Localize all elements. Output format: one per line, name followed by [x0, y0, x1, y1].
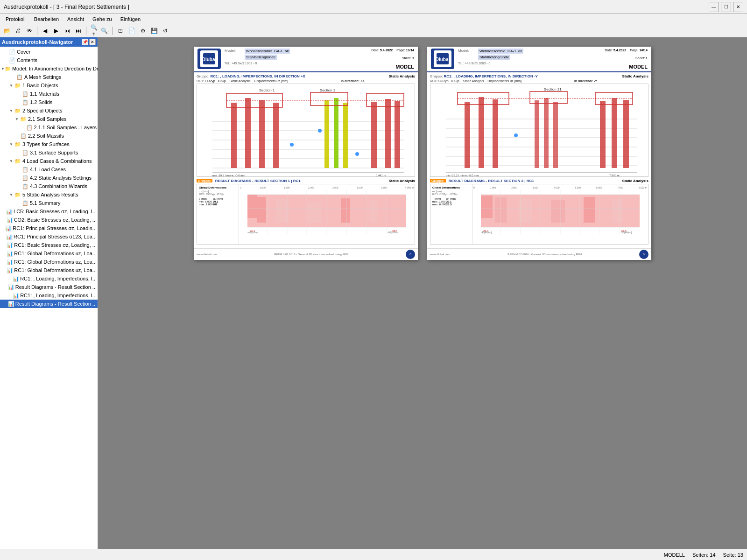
toolbar-zoom-out[interactable]: 🔍- [100, 26, 110, 36]
tree-item-cover[interactable]: 📄 Cover [0, 48, 98, 56]
tree-item-summary[interactable]: 📋 5.1 Summary [0, 199, 98, 207]
svg-rect-33 [257, 197, 266, 223]
toolbar-preview[interactable]: 👁 [24, 26, 35, 36]
tree-item-rc1-basic[interactable]: 📊 RC1: Basic Stresses σz, Loading, ... [0, 241, 98, 249]
toolbar-settings[interactable]: ⚙ [138, 26, 148, 36]
tree-item-rc1-loading2[interactable]: 📊 RC1: , Loading, Imperfections, I... [0, 291, 98, 300]
svg-text:Section 21: Section 21 [544, 87, 562, 91]
toolbar-back[interactable]: ◀ [40, 26, 50, 36]
tree-label-rc1-loading: RC1: , Loading, Imperfections, I... [20, 276, 97, 281]
nav-pin-button[interactable]: 📌 [82, 39, 88, 45]
diagram-section-title-right: Gruppo: RC1: , LOADING, IMPERFECTIONS, I… [430, 74, 648, 78]
doc-page-right: Dlubal Model: Wohnensemble_GA-1_all Stah… [427, 47, 651, 260]
toolbar-zoom-in[interactable]: 🔍+ [89, 26, 99, 36]
tree-item-soil-samples[interactable]: ▼ 📁 2.1 Soil Samples [0, 115, 98, 123]
status-seiten-label: Seiten: 14 [692, 552, 716, 558]
footer-logo-right: D [639, 250, 648, 259]
toolbar-open[interactable]: 📂 [2, 26, 12, 36]
menu-protokoll[interactable]: Protokoll [2, 15, 29, 23]
toolbar-last[interactable]: ⏭ [73, 26, 84, 36]
maximize-button[interactable]: ☐ [721, 2, 731, 12]
co2-icon: 📊 [7, 217, 13, 223]
tree-item-materials[interactable]: 📋 1.1 Materials [0, 90, 98, 98]
chart-area-right: Global Deformations uz [mm] RC1: CO2yp ·… [430, 184, 648, 245]
svg-rect-64 [535, 100, 539, 168]
svg-rect-17 [385, 99, 391, 168]
tree-item-lc5[interactable]: 📊 LC5: Basic Stresses σz, Loading, I... [0, 207, 98, 216]
menu-gehe-zu[interactable]: Gehe zu [89, 15, 116, 23]
tree-item-result-diag1[interactable]: 📊 Result Diagrams - Result Section ... [0, 283, 98, 291]
svg-rect-67 [600, 101, 606, 168]
diagram-title-left: RC1: , LOADING, IMPERFECTIONS, IN DIRECT… [211, 74, 305, 78]
result-diag1-icon: 📊 [8, 284, 14, 290]
lc5-icon: 📊 [6, 208, 13, 215]
tree-item-results5[interactable]: ▼ 📁 5 Static Analysis Results [0, 190, 98, 199]
tree-item-soil-massifs[interactable]: 📋 2.2 Soil Massifs [0, 132, 98, 140]
svg-rect-83 [551, 200, 565, 223]
tree-item-rc1-def-uz[interactable]: 📊 RC1: Global Deformations uz, Loa... [0, 266, 98, 274]
chart-label-orange-left: Gruppo: [197, 179, 212, 182]
main-layout: Ausdruckprotokoll-Navigator 📌 ✕ 📄 Cover … [0, 37, 747, 549]
status-seiten-value: 14 [710, 552, 715, 558]
toolbar-export[interactable]: 💾 [149, 26, 159, 36]
tree-item-rc1-princ2[interactable]: 📊 RC1: Principal Stresses σ123, Loa... [0, 232, 98, 241]
toolbar-fit[interactable]: ⊡ [115, 26, 126, 36]
tree-label-surfaces3: 3 Types for Surfaces [22, 141, 70, 147]
svg-point-24 [318, 129, 322, 133]
tree-label-solids: 1.2 Solids [30, 99, 52, 105]
tree-item-load4[interactable]: ▼ 📁 4 Load Cases & Combinations [0, 157, 98, 165]
chart-bars-left: 0 1.000 1.500 2.000 2.500 3.000 3.500 4.… [239, 184, 415, 245]
page-contact-left: www.dlubal.com RFEM 6.02.0016 - General … [194, 248, 418, 260]
tree-label-load4: 4 Load Cases & Combinations [22, 158, 92, 164]
menu-ansicht[interactable]: Ansicht [63, 15, 88, 23]
tree-item-special[interactable]: ▼ 📁 2 Special Objects [0, 106, 98, 115]
status-seite-label: Seite: 13 [723, 552, 743, 558]
rc1-def-ux-icon: 📊 [7, 250, 13, 257]
minimize-button[interactable]: — [709, 2, 719, 12]
toolbar-refresh[interactable]: ↺ [160, 26, 170, 36]
toolbar-print[interactable]: 🖨 [13, 26, 23, 36]
tree-item-contents[interactable]: 📄 Contents [0, 56, 98, 64]
tree-item-rc1-def-uy[interactable]: 📊 RC1: Global Deformations uz, Loa... [0, 258, 98, 266]
tree-label-special: 2 Special Objects [22, 108, 63, 113]
tree-item-result-diag2[interactable]: 📊 Result Diagrams - Result Section ... [0, 300, 98, 308]
svg-rect-9 [231, 103, 237, 168]
tree-label-materials: 1.1 Materials [30, 91, 59, 97]
tree-item-basic[interactable]: ▼ 📁 1 Basic Objects [0, 81, 98, 90]
toolbar-forward[interactable]: ▶ [51, 26, 61, 36]
menu-bearbeiten[interactable]: Bearbeiten [30, 15, 63, 23]
chart-legend-left: Global Deformations uz [mm] RC1: CO2yp ·… [197, 184, 239, 245]
toolbar-page[interactable]: 📄 [127, 26, 137, 36]
tree-item-rc1-def-ux[interactable]: 📊 RC1: Global Deformations uz, Loa... [0, 249, 98, 258]
menu-einfuegen[interactable]: Einfügen [117, 15, 144, 23]
tree-item-comb-wizards[interactable]: 📋 4.3 Combination Wizards [0, 182, 98, 190]
svg-rect-63 [493, 99, 498, 168]
tree-item-lc41[interactable]: 📋 4.1 Load Cases [0, 165, 98, 174]
special-folder-icon: 📁 [14, 107, 21, 114]
page-header-info-left: Model: Wohnensemble_GA-1_all Stahlbeteng… [225, 49, 371, 70]
tree-item-co2[interactable]: 📊 CO2: Basic Stresses σz, Loading, ... [0, 216, 98, 224]
tree-item-surfaces3[interactable]: ▼ 📁 3 Types for Surfaces [0, 140, 98, 148]
tree-item-mesh[interactable]: 📋 A Mesh Settings [0, 73, 98, 81]
svg-text:Section 2: Section 2 [320, 88, 336, 92]
tree-item-rc1-princ[interactable]: 📊 RC1: Principal Stresses σz, Loadin... [0, 224, 98, 232]
nav-close-button[interactable]: ✕ [89, 39, 96, 45]
tree-toggle-cover [3, 49, 8, 55]
tree-item-soil-layers[interactable]: 📋 2.1.1 Soil Samples - Layers [0, 123, 98, 132]
tree-item-model[interactable]: ▼ 📁 Model, In Axonometric Direction by D… [0, 64, 98, 73]
tree-label-rc1-def-uy: RC1: Global Deformations uz, Loa... [14, 259, 97, 265]
tree-item-solids[interactable]: 📋 1.2 Solids [0, 98, 98, 106]
close-button[interactable]: ✕ [733, 2, 743, 12]
tree-item-static-settings[interactable]: 📋 4.2 Static Analysis Settings [0, 174, 98, 182]
soil-layers-icon: 📋 [26, 124, 33, 131]
tree-item-surface-supports[interactable]: 📋 3.1 Surface Supports [0, 148, 98, 157]
tree-label-basic: 1 Basic Objects [22, 83, 58, 88]
comb-icon: 📋 [21, 183, 29, 189]
tree-item-rc1-loading[interactable]: 📊 RC1: , Loading, Imperfections, I... [0, 274, 98, 283]
toolbar-first[interactable]: ⏮ [62, 26, 72, 36]
svg-rect-13 [324, 100, 329, 168]
diagram-section-title-left: Gruppo: RC1: , LOADING, IMPERFECTIONS, I… [197, 74, 415, 78]
rc1-icon: 📊 [5, 225, 12, 231]
navigator-tree[interactable]: 📄 Cover 📄 Contents ▼ 📁 Model, In Axonome… [0, 47, 98, 549]
massifs-icon: 📋 [20, 133, 27, 139]
